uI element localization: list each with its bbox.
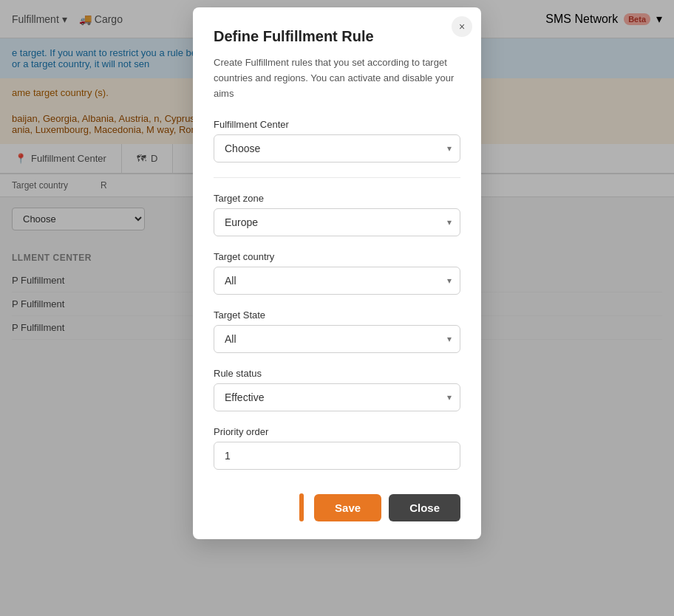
target-state-label: Target State [214, 309, 460, 321]
modal-title: Define Fulfillment Rule [214, 28, 460, 45]
rule-status-select[interactable]: Effective Inactive [214, 383, 460, 411]
target-zone-label: Target zone [214, 193, 460, 204]
target-country-label: Target country [214, 251, 460, 262]
modal-overlay: × Define Fulfillment Rule Create Fulfill… [0, 0, 674, 616]
define-fulfillment-rule-modal: × Define Fulfillment Rule Create Fulfill… [193, 7, 481, 539]
target-country-select[interactable]: All Germany France Spain [214, 267, 460, 295]
target-zone-select[interactable]: Europe Americas Asia Africa [214, 208, 460, 236]
priority-order-group: Priority order [214, 426, 460, 470]
modal-description: Create Fulfillment rules that you set ac… [214, 55, 460, 101]
target-state-select-wrapper: All Bavaria Berlin ▾ [214, 325, 460, 353]
rule-status-group: Rule status Effective Inactive ▾ [214, 368, 460, 411]
orange-bar-decoration [299, 493, 304, 521]
fulfillment-center-label: Fulfillment Center [214, 119, 460, 130]
modal-close-button[interactable]: × [452, 16, 472, 37]
target-zone-group: Target zone Europe Americas Asia Africa … [214, 193, 460, 236]
fulfillment-center-select-wrapper: Choose Option 1 Option 2 ▾ [214, 134, 460, 162]
target-state-select[interactable]: All Bavaria Berlin [214, 325, 460, 353]
priority-order-input[interactable] [214, 442, 460, 470]
close-icon: × [459, 21, 465, 32]
rule-status-label: Rule status [214, 368, 460, 379]
priority-order-label: Priority order [214, 426, 460, 437]
save-button[interactable]: Save [314, 494, 381, 521]
fulfillment-center-group: Fulfillment Center Choose Option 1 Optio… [214, 119, 460, 162]
divider-1 [214, 177, 460, 178]
target-country-group: Target country All Germany France Spain … [214, 251, 460, 295]
target-state-group: Target State All Bavaria Berlin ▾ [214, 309, 460, 353]
target-country-select-wrapper: All Germany France Spain ▾ [214, 267, 460, 295]
fulfillment-center-select[interactable]: Choose Option 1 Option 2 [214, 134, 460, 162]
modal-footer: Save Close [214, 487, 460, 521]
target-zone-select-wrapper: Europe Americas Asia Africa ▾ [214, 208, 460, 236]
rule-status-select-wrapper: Effective Inactive ▾ [214, 383, 460, 411]
close-button[interactable]: Close [389, 494, 460, 521]
